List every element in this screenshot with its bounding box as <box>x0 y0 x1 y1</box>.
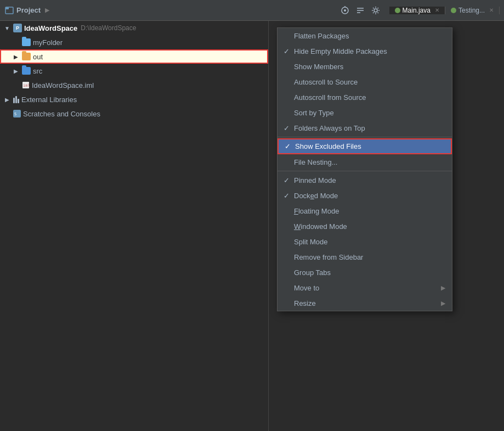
tree-item-libraries[interactable]: External Libraries <box>0 92 268 107</box>
menu-label-file-nesting: File Nesting... <box>294 158 445 166</box>
menu-flatten-packages[interactable]: Flatten Packages <box>278 28 452 43</box>
menu-pinned-mode[interactable]: ✓ Pinned Mode <box>278 172 452 188</box>
top-bar: Project ▶ Main.java ✕ Testing... ✕ <box>0 0 504 21</box>
menu-label-group: Group Tabs <box>294 268 445 277</box>
panel-title: Project <box>16 6 41 14</box>
menu-resize[interactable]: Resize ▶ <box>278 295 452 311</box>
myfolder-icon <box>22 38 31 46</box>
tree-item-out[interactable]: out <box>0 49 268 64</box>
menu-folders-on-top[interactable]: ✓ Folders Always on Top <box>278 120 452 136</box>
separator-1 <box>278 137 452 137</box>
iml-label: IdeaWordSpace.iml <box>32 81 94 89</box>
editor-tab-testing[interactable]: Testing... ✕ <box>445 7 500 14</box>
menu-split-mode[interactable]: Split Mode <box>278 234 452 249</box>
tree-item-scratches[interactable]: S Scratches and Consoles <box>0 107 268 121</box>
iml-icon: iml <box>22 81 30 89</box>
menu-hide-empty[interactable]: ✓ Hide Empty Middle Packages <box>278 43 452 59</box>
menu-show-members[interactable]: Show Members <box>278 59 452 74</box>
tab-label-testing: Testing... <box>458 7 485 14</box>
scope-button[interactable] <box>339 4 351 16</box>
svg-text:iml: iml <box>23 83 30 88</box>
src-folder-icon <box>22 67 31 75</box>
menu-label-pinned: Pinned Mode <box>294 176 445 184</box>
tab-file-icon-2 <box>451 8 456 13</box>
context-menu: Flatten Packages ✓ Hide Empty Middle Pac… <box>277 27 452 311</box>
project-panel-icon <box>4 5 14 15</box>
menu-label-autoscroll-from: Autoscroll from Source <box>294 93 445 102</box>
out-label: out <box>33 53 43 61</box>
menu-check-docked: ✓ <box>282 192 291 200</box>
menu-autoscroll-from[interactable]: Autoscroll from Source <box>278 89 452 105</box>
collapse-button[interactable] <box>354 4 366 16</box>
menu-label-folders: Folders Always on Top <box>294 124 445 132</box>
menu-arrow-move: ▶ <box>441 284 445 292</box>
src-arrow[interactable] <box>12 67 20 75</box>
menu-label-windowed: Windowed Mode <box>294 222 445 231</box>
tree-item-myfolder[interactable]: myFolder <box>0 35 268 49</box>
tab-label-main: Main.java <box>403 7 431 14</box>
scratches-icon: S <box>13 110 21 117</box>
svg-rect-1 <box>5 7 9 9</box>
menu-label-show-members: Show Members <box>294 63 445 71</box>
menu-move-to[interactable]: Move to ▶ <box>278 280 452 295</box>
tab-file-icon <box>395 8 400 13</box>
menu-show-excluded[interactable]: ✓ Show Excluded Files <box>278 138 452 154</box>
scratches-label: Scratches and Consoles <box>23 110 100 118</box>
root-path: D:\IdeaWordSpace <box>81 24 136 32</box>
tree-item-src[interactable]: src <box>0 64 268 78</box>
menu-label-docked: Docked Mode <box>294 192 445 200</box>
editor-tab-main[interactable]: Main.java ✕ <box>389 7 445 14</box>
tree-item-iml[interactable]: iml IdeaWordSpace.iml <box>0 78 268 92</box>
menu-check-folders: ✓ <box>282 124 291 132</box>
menu-label-excluded: Show Excluded Files <box>295 142 444 150</box>
src-label: src <box>33 67 42 75</box>
menu-group-tabs[interactable]: Group Tabs <box>278 265 452 280</box>
menu-docked-mode[interactable]: ✓ Docked Mode <box>278 188 452 203</box>
libraries-label: External Libraries <box>21 96 77 104</box>
menu-label-move: Move to <box>294 284 438 292</box>
project-panel: P IdeaWordSpace D:\IdeaWordSpace myFolde… <box>0 21 269 431</box>
expand-arrow[interactable]: ▶ <box>45 7 49 14</box>
menu-arrow-resize: ▶ <box>441 300 445 307</box>
menu-windowed-mode[interactable]: Windowed Mode <box>278 219 452 234</box>
svg-point-8 <box>374 9 377 12</box>
main-layout: P IdeaWordSpace D:\IdeaWordSpace myFolde… <box>0 21 504 431</box>
out-folder-icon <box>22 53 31 60</box>
menu-sort-by-type[interactable]: Sort by Type <box>278 105 452 120</box>
separator-2 <box>278 171 452 171</box>
menu-label-floating: Floating Mode <box>294 207 445 215</box>
menu-label-autoscroll-to: Autoscroll to Source <box>294 78 445 86</box>
tree-root[interactable]: P IdeaWordSpace D:\IdeaWordSpace <box>0 21 268 35</box>
menu-autoscroll-to[interactable]: Autoscroll to Source <box>278 74 452 89</box>
tab-close-main[interactable]: ✕ <box>435 7 439 13</box>
menu-label-split: Split Mode <box>294 238 445 246</box>
menu-label-flatten: Flatten Packages <box>294 32 445 40</box>
myfolder-label: myFolder <box>33 38 63 47</box>
menu-label-resize: Resize <box>294 299 438 307</box>
libraries-arrow[interactable] <box>3 96 11 103</box>
menu-check-pinned: ✓ <box>282 176 291 184</box>
svg-point-3 <box>344 9 346 12</box>
project-icon: P <box>13 24 22 32</box>
menu-floating-mode[interactable]: Floating Mode <box>278 203 452 219</box>
root-arrow[interactable] <box>3 24 11 32</box>
tab-close-testing[interactable]: ✕ <box>489 7 494 13</box>
svg-text:S: S <box>14 112 16 116</box>
menu-label-sort: Sort by Type <box>294 109 445 117</box>
menu-label-remove: Remove from Sidebar <box>294 253 445 261</box>
menu-label-hide-empty: Hide Empty Middle Packages <box>294 47 445 55</box>
toolbar-actions <box>339 4 382 16</box>
root-label: IdeaWordSpace <box>24 24 77 32</box>
libraries-icon <box>13 96 19 103</box>
menu-check-excluded: ✓ <box>283 142 292 150</box>
menu-file-nesting[interactable]: File Nesting... <box>278 154 452 170</box>
menu-remove-sidebar[interactable]: Remove from Sidebar <box>278 249 452 265</box>
out-arrow[interactable] <box>12 53 20 60</box>
menu-check-hide-empty: ✓ <box>282 47 291 55</box>
settings-button[interactable] <box>370 4 382 16</box>
